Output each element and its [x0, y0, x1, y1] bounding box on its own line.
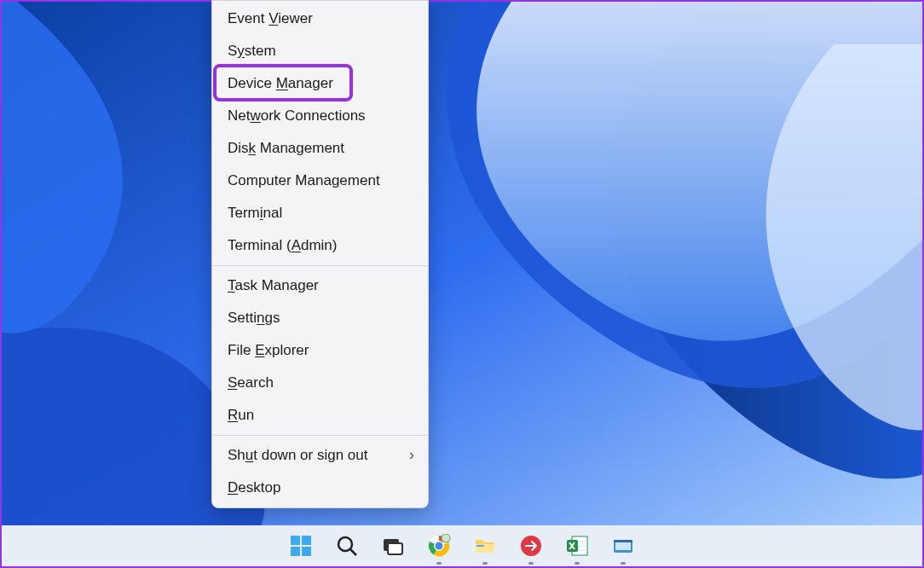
- file-explorer-icon[interactable]: [470, 530, 500, 561]
- svg-point-6: [338, 537, 352, 551]
- menu-item-settings[interactable]: Settings: [212, 302, 428, 334]
- taskbar: [0, 525, 924, 568]
- menu-separator: [212, 435, 428, 436]
- menu-item-computer-management[interactable]: Computer Management: [212, 165, 428, 197]
- menu-item-search[interactable]: Search: [212, 367, 428, 399]
- run-icon[interactable]: [608, 530, 638, 561]
- menu-item-system[interactable]: System: [212, 35, 428, 67]
- svg-rect-23: [615, 542, 631, 550]
- menu-item-desktop[interactable]: Desktop: [212, 472, 428, 504]
- menu-item-device-manager[interactable]: Device Manager: [212, 67, 428, 100]
- menu-item-terminal[interactable]: Terminal: [212, 197, 428, 229]
- chrome-icon[interactable]: [424, 530, 454, 561]
- svg-line-7: [350, 549, 356, 555]
- menu-item-file-explorer[interactable]: File Explorer: [212, 334, 428, 367]
- menu-item-network-connections[interactable]: Network Connections: [212, 100, 428, 132]
- menu-separator: [212, 265, 428, 266]
- svg-rect-24: [614, 540, 632, 542]
- menu-item-event-viewer[interactable]: Event Viewer: [212, 3, 428, 35]
- menu-item-shutdown[interactable]: Shut down or sign out: [212, 439, 428, 472]
- start-button[interactable]: [286, 530, 316, 561]
- menu-item-disk-management[interactable]: Disk Management: [212, 132, 428, 165]
- winx-context-menu: Event ViewerSystemDevice ManagerNetwork …: [211, 0, 429, 508]
- svg-point-12: [436, 542, 443, 550]
- desktop-wallpaper: [0, 0, 924, 525]
- svg-rect-5: [302, 547, 311, 556]
- search-button[interactable]: [332, 530, 362, 561]
- app-red-icon[interactable]: [516, 530, 546, 561]
- task-view-button[interactable]: [378, 530, 408, 561]
- menu-item-task-manager[interactable]: Task Manager: [212, 270, 428, 302]
- menu-item-run[interactable]: Run: [212, 399, 428, 432]
- svg-rect-15: [476, 545, 484, 547]
- svg-rect-4: [291, 547, 300, 556]
- excel-icon[interactable]: [562, 530, 592, 561]
- svg-rect-9: [388, 543, 402, 554]
- menu-item-terminal-admin[interactable]: Terminal (Admin): [212, 229, 428, 262]
- svg-rect-3: [302, 536, 311, 545]
- svg-rect-2: [291, 536, 300, 545]
- svg-point-13: [442, 534, 450, 542]
